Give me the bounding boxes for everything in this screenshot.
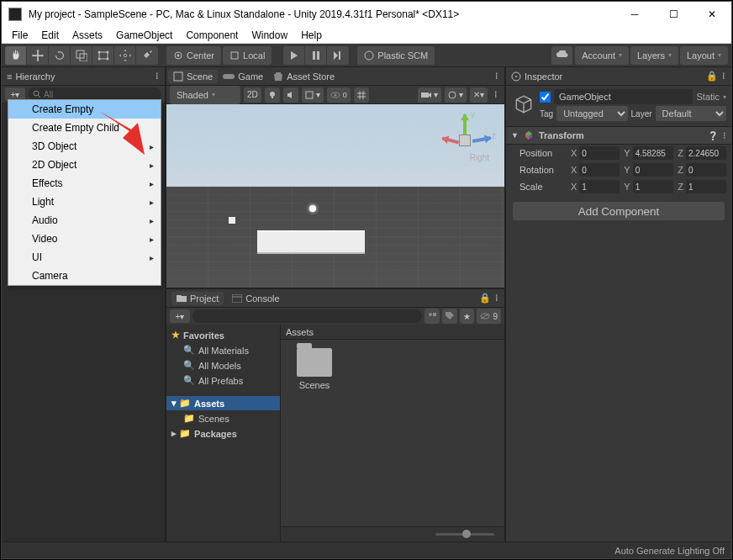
hierarchy-tab[interactable]: Hierarchy xyxy=(15,71,55,82)
tag-dropdown[interactable]: Untagged xyxy=(556,106,627,121)
pivot-center-button[interactable]: Center xyxy=(166,46,221,65)
project-add-button[interactable]: +▾ xyxy=(170,309,190,323)
scale-y[interactable] xyxy=(633,180,673,193)
step-button[interactable] xyxy=(327,46,349,65)
transform-tool-button[interactable] xyxy=(114,46,136,65)
position-z[interactable] xyxy=(686,146,726,160)
ctx-camera[interactable]: Camera xyxy=(8,267,161,285)
tree-all-models[interactable]: 🔍 All Models xyxy=(166,358,280,372)
tab-scene[interactable]: Scene xyxy=(168,70,218,83)
filter-label-button[interactable] xyxy=(442,309,457,324)
scale-z[interactable] xyxy=(686,180,726,193)
ctx-3d-object[interactable]: 3D Object xyxy=(8,137,161,156)
scene-ground-object[interactable] xyxy=(257,230,365,254)
ctx-effects[interactable]: Effects xyxy=(8,174,161,193)
custom-tool-button[interactable] xyxy=(136,46,158,65)
tab-asset-store[interactable]: Asset Store xyxy=(268,70,340,83)
minimize-button[interactable]: ─ xyxy=(615,2,654,27)
scene-camera-gizmo[interactable] xyxy=(229,217,235,224)
hand-tool-button[interactable] xyxy=(5,46,27,65)
ctx-light[interactable]: Light xyxy=(8,193,161,211)
scene-audio-toggle[interactable] xyxy=(283,87,298,103)
lighting-status[interactable]: Auto Generate Lighting Off xyxy=(614,546,725,556)
asset-scenes-folder[interactable]: Scenes xyxy=(289,348,340,390)
rotation-z[interactable] xyxy=(686,163,726,177)
scene-visibility-toggle[interactable]: 0 xyxy=(327,87,351,103)
menu-window[interactable]: Window xyxy=(245,29,294,41)
ctx-create-empty[interactable]: Create Empty xyxy=(8,100,161,119)
ctx-ui[interactable]: UI xyxy=(8,248,161,267)
scene-tools-button[interactable]: ✕▾ xyxy=(470,87,488,103)
scene-menu-icon[interactable]: ⁞ xyxy=(491,89,501,100)
rotation-x[interactable] xyxy=(579,163,620,177)
menu-gameobject[interactable]: GameObject xyxy=(109,29,179,41)
scale-x[interactable] xyxy=(579,180,620,193)
scene-view[interactable]: y z Right xyxy=(166,104,504,288)
scale-tool-button[interactable] xyxy=(71,46,92,65)
filter-type-button[interactable] xyxy=(425,309,440,324)
account-dropdown[interactable]: Account xyxy=(575,46,629,65)
ctx-video[interactable]: Video xyxy=(8,230,161,248)
draw-mode-dropdown[interactable]: Shaded xyxy=(170,86,240,104)
ctx-audio[interactable]: Audio xyxy=(8,211,161,230)
scene-cam-button[interactable]: ▾ xyxy=(418,87,441,103)
rect-tool-button[interactable] xyxy=(92,46,114,65)
scene-grid-toggle[interactable] xyxy=(354,87,369,103)
tree-packages[interactable]: ▸ 📁 Packages xyxy=(166,426,280,441)
maximize-button[interactable]: ☐ xyxy=(654,2,693,27)
hierarchy-lock-icon[interactable]: ⁞ xyxy=(156,71,160,82)
2d-toggle[interactable]: 2D xyxy=(244,87,261,103)
tree-all-prefabs[interactable]: 🔍 All Prefabs xyxy=(166,373,280,388)
inspector-lock-icon[interactable]: 🔒 ⁞ xyxy=(706,71,726,82)
menu-component[interactable]: Component xyxy=(179,29,245,41)
help-icon[interactable]: ❔ xyxy=(708,131,718,140)
tab-project[interactable]: Project xyxy=(171,292,224,305)
menu-help[interactable]: Help xyxy=(294,29,329,41)
layer-dropdown[interactable]: Default xyxy=(656,106,726,121)
pivot-local-button[interactable]: Local xyxy=(223,46,272,65)
play-button[interactable] xyxy=(283,46,305,65)
gameobject-name-input[interactable] xyxy=(554,89,693,104)
position-x[interactable] xyxy=(579,146,620,160)
tree-assets[interactable]: ▾ 📁 Assets xyxy=(166,396,280,410)
move-tool-button[interactable] xyxy=(27,46,49,65)
menu-assets[interactable]: Assets xyxy=(66,29,109,41)
rotate-tool-button[interactable] xyxy=(49,46,71,65)
gameobject-active-checkbox[interactable] xyxy=(540,92,551,103)
hidden-packages-button[interactable]: 9 xyxy=(477,309,501,324)
asset-breadcrumb[interactable]: Assets xyxy=(281,325,504,340)
position-y[interactable] xyxy=(633,146,673,160)
scene-fx-toggle[interactable]: ▾ xyxy=(302,87,324,103)
tree-favorites[interactable]: ★Favorites xyxy=(166,328,280,342)
pause-button[interactable] xyxy=(305,46,327,65)
close-button[interactable]: ✕ xyxy=(693,2,731,27)
ctx-create-empty-child[interactable]: Create Empty Child xyxy=(8,119,161,137)
scene-gizmos-button[interactable]: ▾ xyxy=(445,87,467,103)
scene-lighting-toggle[interactable] xyxy=(265,87,280,103)
project-lock-icon[interactable]: 🔒 ⁞ xyxy=(479,293,499,304)
grid-size-slider-thumb[interactable] xyxy=(462,530,471,538)
plastic-scm-button[interactable]: Plastic SCM xyxy=(357,46,435,65)
transform-component-header[interactable]: ▼ Transform ❔ ⁝ xyxy=(506,126,731,145)
tree-scenes[interactable]: 📁 Scenes xyxy=(166,411,280,425)
scene-light-gizmo[interactable] xyxy=(309,205,316,212)
add-component-button[interactable]: Add Component xyxy=(513,202,725,220)
reset-icon[interactable]: ⁝ xyxy=(723,130,726,141)
cloud-button[interactable] xyxy=(551,46,573,65)
layout-dropdown[interactable]: Layout xyxy=(680,46,728,65)
filter-fav-button[interactable]: ★ xyxy=(460,309,474,324)
gameobject-icon[interactable] xyxy=(511,92,536,118)
scene-tabs-menu[interactable]: ⁞ xyxy=(495,71,504,82)
ctx-2d-object[interactable]: 2D Object xyxy=(8,156,161,174)
foldout-icon[interactable]: ▼ xyxy=(511,131,519,140)
tab-game[interactable]: Game xyxy=(218,70,268,83)
menu-edit[interactable]: Edit xyxy=(34,29,66,41)
tab-console[interactable]: Console xyxy=(227,292,284,305)
inspector-tab[interactable]: Inspector xyxy=(525,71,562,82)
layers-dropdown[interactable]: Layers xyxy=(630,46,678,65)
tree-all-materials[interactable]: 🔍 All Materials xyxy=(166,343,280,357)
project-search-input[interactable] xyxy=(192,309,422,323)
static-dropdown[interactable]: ▾ xyxy=(723,93,726,101)
menu-file[interactable]: File xyxy=(5,29,34,41)
rotation-y[interactable] xyxy=(633,163,673,177)
